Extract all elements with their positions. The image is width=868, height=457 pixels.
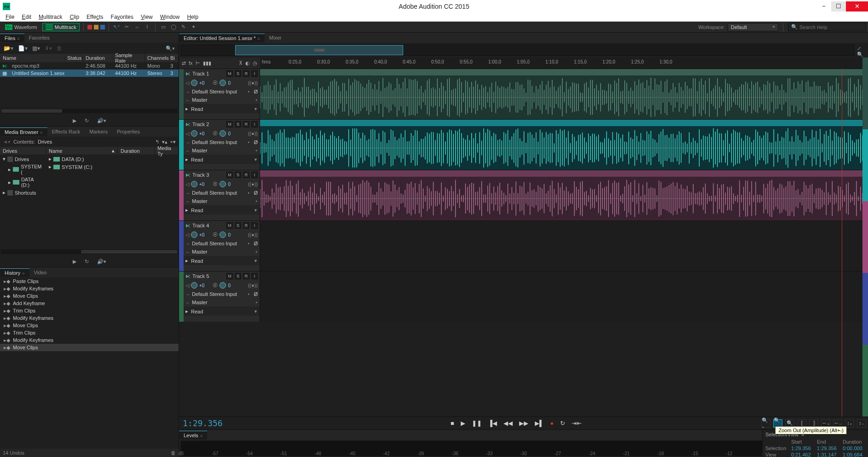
pan-value[interactable]: 0 [228,182,231,187]
play-button[interactable]: ▶ [461,420,465,427]
time-selection-tool-icon[interactable]: Ⅰ [143,23,151,31]
volume-value[interactable]: +0 [199,182,204,187]
phase-icon[interactable]: Ø [254,241,258,246]
phase-icon[interactable]: Ø [254,89,258,94]
time-ruler[interactable]: hms0:25,00:30,00:35,00:40,00:45,00:50,00… [260,58,862,69]
mb-scrollbar[interactable] [1,249,178,254]
spot-heal-tool-icon[interactable]: ✦ [190,23,198,31]
amp-segment[interactable] [862,201,868,273]
track-input[interactable]: Default Stereo Input [192,139,237,145]
automation-mode[interactable]: Read [191,106,203,112]
go-start-button[interactable]: ▐◀ [488,420,497,427]
sel-duration[interactable]: 0:00.000 [843,445,868,451]
automation-mode[interactable]: Read [191,157,203,162]
monitor-input-button[interactable]: I [251,273,258,279]
arm-record-button[interactable]: R [243,273,249,279]
minimize-button[interactable]: − [816,1,831,12]
arm-record-button[interactable]: R [243,70,249,77]
pan-value[interactable]: 0 [228,283,231,288]
track-handle-icon[interactable]: ⧔ [185,121,191,127]
forward-button[interactable]: ▶▶ [519,420,528,427]
zoom-full-icon[interactable]: ⤢🔍 [857,46,865,54]
file-row[interactable]: ▦ Untitled Session 1.sesx * 3:38.042 441… [0,69,179,77]
menu-favorites[interactable]: Favorites [107,13,137,21]
pan-knob[interactable] [220,181,226,187]
import-icon[interactable]: ▦▾ [32,45,40,52]
lasso-tool-icon[interactable]: ◯ [169,23,178,31]
close-button[interactable]: ✕ [846,1,868,12]
solo-button[interactable]: S [235,70,241,77]
menu-view[interactable]: View [137,13,156,21]
menu-clip[interactable]: Clip [66,13,83,21]
automation-expand-icon[interactable]: ▸ [185,258,188,264]
view-end[interactable]: 1:31.147 [817,452,843,457]
tree-item[interactable]: ▸ DATA (D:) [0,176,46,189]
insert-icon[interactable]: ⬇▾ [45,45,52,52]
track-amplitude-bar[interactable] [862,58,868,417]
color-blue[interactable] [100,25,105,29]
timecode-display[interactable]: 1:29.356 [179,418,271,428]
track-input[interactable]: Default Stereo Input [192,291,237,297]
trash-icon[interactable]: 🗑 [171,450,176,456]
track-lane[interactable] [260,69,862,119]
volume-knob[interactable] [191,282,197,289]
loop-icon[interactable]: ↻ [85,118,89,124]
history-row[interactable]: ▸◆Modify Keyframes [0,336,179,344]
tree-shortcuts[interactable]: ▸ Shortcuts [0,189,46,197]
phase-icon[interactable]: Ø [254,291,258,297]
pan-knob[interactable] [220,130,226,137]
add-shortcut-icon[interactable]: +▾ [170,139,176,145]
track-name[interactable]: Track 4 [192,223,225,228]
track-input[interactable]: Default Stereo Input [192,190,237,196]
tab-markers[interactable]: Markers [85,127,112,136]
move-tool-icon[interactable]: ↖⁺ [113,23,121,31]
metronome-icon[interactable]: ◷ [253,60,257,66]
mode-waveform[interactable]: Waveform [2,23,41,31]
track-handle-icon[interactable]: ⧔ [185,172,191,178]
play-icon[interactable]: ▶ [73,259,76,265]
amp-segment[interactable] [862,129,868,201]
color-red[interactable] [87,25,92,29]
maximize-button[interactable]: ☐ [831,1,846,12]
automation-expand-icon[interactable]: ▸ [185,207,188,213]
view-start[interactable]: 0:21.462 [791,452,817,457]
automation-mode[interactable]: Read [191,309,203,314]
track-input[interactable]: Default Stereo Input [192,241,237,246]
arm-record-button[interactable]: R [243,121,249,127]
track-lane[interactable] [260,221,862,271]
monitor-input-button[interactable]: I [251,121,258,127]
volume-knob[interactable] [191,231,197,238]
volume-value[interactable]: +0 [199,81,204,86]
tab-media-browser[interactable]: Media Browser≡ [0,127,47,136]
pan-knob[interactable] [220,231,226,238]
history-row[interactable]: ▸◆Paste Clips [0,278,179,285]
tab-effects-rack[interactable]: Effects Rack [47,127,85,136]
mute-button[interactable]: M [226,121,233,127]
arm-record-button[interactable]: R [243,222,249,229]
pan-value[interactable]: 0 [228,131,231,136]
file-row[interactable]: ⧔ прости.mp3 2:46.508 44100 Hz Mono 3 [0,62,179,69]
history-row[interactable]: ▸◆Modify Keyframes [0,285,179,292]
zoom-out-vert-icon[interactable]: ↕₋ [857,419,866,428]
col-duration[interactable]: Duration [118,147,155,155]
history-row[interactable]: ▸◆Trim Clips [0,307,179,314]
pan-value[interactable]: 0 [228,81,231,86]
volume-knob[interactable] [191,130,197,137]
tab-editor[interactable]: Editor: Untitled Session 1.sesx *≡ [179,34,265,42]
inputs-icon[interactable]: ⇄ [182,60,186,66]
volume-value[interactable]: +0 [199,232,204,237]
history-row[interactable]: ▸◆Add Keyframe [0,300,179,307]
filter-icon[interactable]: ▾▴ [162,139,168,145]
autoplay-icon[interactable]: 🔊▾ [97,118,106,124]
track-handle-icon[interactable]: ⧔ [185,223,191,229]
track-color-strip[interactable] [179,170,184,220]
mute-button[interactable]: M [226,70,233,77]
loop-icon[interactable]: ↻ [85,259,89,265]
track-color-strip[interactable] [179,120,184,170]
tab-mixer[interactable]: Mixer [265,34,286,42]
volume-knob[interactable] [191,80,197,86]
files-search[interactable]: 🔍▾ [166,46,175,52]
menu-window[interactable]: Window [156,13,184,21]
tree-item[interactable]: ▸ SYSTEM (C:) [46,163,118,171]
amp-segment[interactable] [862,273,868,345]
